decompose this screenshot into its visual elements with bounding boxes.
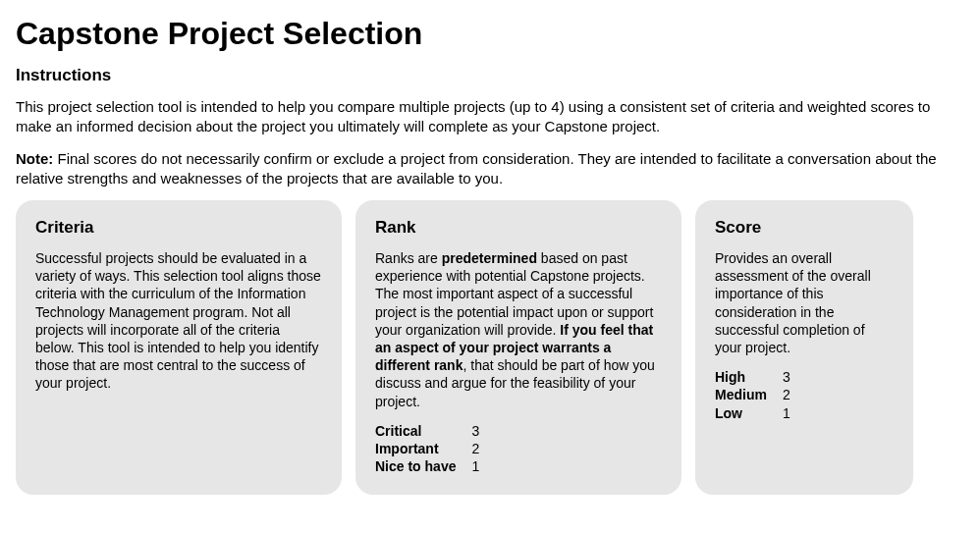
score-level-value: 1 (783, 404, 806, 422)
table-row: Critical 3 (375, 422, 495, 440)
table-row: Low 1 (715, 404, 806, 422)
criteria-card: Criteria Successful projects should be e… (16, 200, 342, 495)
intro-paragraph: This project selection tool is intended … (16, 97, 964, 137)
note-paragraph: Note: Final scores do not necessarily co… (16, 149, 964, 189)
criteria-body: Successful projects should be evaluated … (35, 249, 322, 393)
rank-title: Rank (375, 218, 662, 238)
note-label: Note: (16, 150, 53, 167)
table-row: Medium 2 (715, 386, 806, 403)
score-level-label: Medium (715, 386, 783, 403)
instructions-heading: Instructions (16, 66, 964, 85)
score-levels-table: High 3 Medium 2 Low 1 (715, 368, 806, 422)
score-level-value: 3 (783, 368, 806, 386)
rank-level-value: 2 (471, 440, 495, 457)
table-row: Nice to have 1 (375, 457, 495, 475)
criteria-title: Criteria (35, 218, 322, 238)
score-card: Score Provides an overall assessment of … (695, 200, 913, 495)
score-level-value: 2 (783, 386, 806, 403)
rank-level-value: 1 (471, 457, 495, 475)
score-level-label: Low (715, 404, 783, 422)
rank-levels-table: Critical 3 Important 2 Nice to have 1 (375, 422, 495, 476)
rank-level-label: Important (375, 440, 471, 457)
page-title: Capstone Project Selection (16, 16, 964, 52)
cards-row: Criteria Successful projects should be e… (16, 200, 964, 495)
rank-body: Ranks are predetermined based on past ex… (375, 249, 662, 410)
rank-level-label: Nice to have (375, 457, 471, 475)
note-text: Final scores do not necessarily confirm … (16, 150, 937, 187)
rank-card: Rank Ranks are predetermined based on pa… (355, 200, 681, 495)
score-level-label: High (715, 368, 783, 386)
score-body: Provides an overall assessment of the ov… (715, 249, 894, 356)
table-row: High 3 (715, 368, 806, 386)
score-title: Score (715, 218, 894, 238)
rank-level-label: Critical (375, 422, 471, 440)
rank-level-value: 3 (471, 422, 495, 440)
table-row: Important 2 (375, 440, 495, 457)
